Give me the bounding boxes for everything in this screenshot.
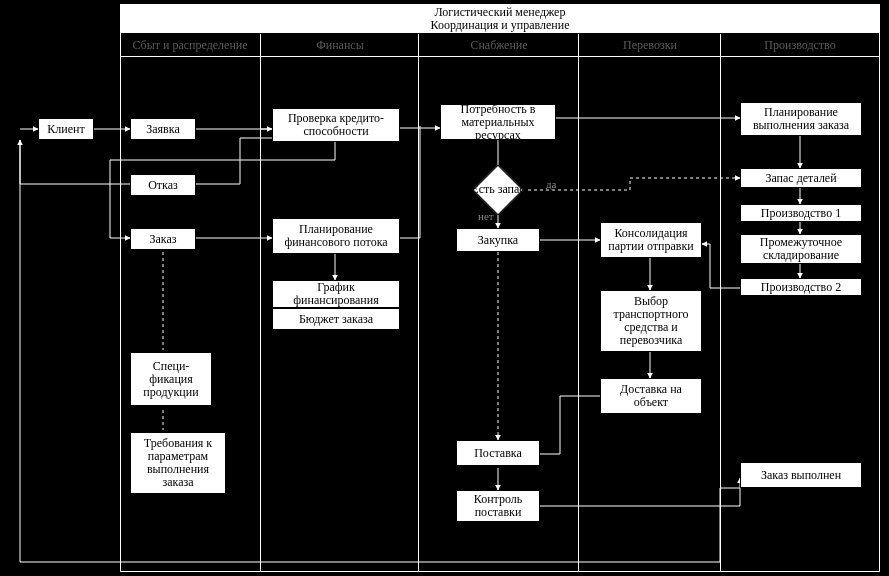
lane-header-supply: Снабжение — [420, 38, 578, 54]
lane-header-production: Производство — [722, 38, 878, 54]
lane-header-finance: Финансы — [262, 38, 418, 54]
box-purchase: Закупка — [456, 228, 540, 252]
lane-header-sales: Сбыт и распределение — [120, 38, 260, 54]
lane-divider — [418, 34, 419, 572]
decision-stock — [473, 165, 524, 216]
box-finance-plan: Планирование финансового потока — [272, 218, 400, 254]
box-finance-schedule: График финансирования — [272, 280, 400, 308]
title-bar: Логистический менеджер Координация и упр… — [120, 4, 880, 34]
box-order-plan: Планирование выполнения заказа — [740, 102, 862, 136]
box-order: Заказ — [130, 228, 196, 250]
header-divider — [120, 56, 880, 57]
box-spec: Специ- фикация продукции — [130, 352, 212, 406]
lane-divider — [120, 34, 121, 572]
box-material-need: Потребность в материальных ресурсах — [440, 104, 556, 140]
box-client: Клиент — [38, 118, 94, 140]
box-order-done: Заказ выполнен — [740, 462, 862, 488]
lane-header-transport: Перевозки — [580, 38, 720, 54]
title-line2: Координация и управление — [121, 19, 879, 32]
box-requirements: Требования к параметрам выполнения заказ… — [130, 432, 226, 494]
lane-divider — [578, 34, 579, 572]
edge-label-no: нет — [478, 210, 494, 222]
box-supply-control: Контроль поставки — [456, 490, 540, 522]
box-site-delivery: Доставка на объект — [600, 378, 702, 414]
box-request: Заявка — [130, 118, 196, 140]
box-order-budget: Бюджет заказа — [272, 308, 400, 330]
box-storage: Промежуточное складирование — [740, 234, 862, 264]
box-supply-delivery: Поставка — [456, 440, 540, 466]
box-consolidation: Консолидация партии отправки — [600, 222, 702, 258]
edge-label-yes: да — [546, 178, 556, 190]
lane-divider — [260, 34, 261, 572]
box-transport-choice: Выбор транспортного средства и перевозчи… — [600, 290, 702, 352]
lane-divider — [720, 34, 721, 572]
box-credit-check: Проверка кредито- способности — [272, 108, 400, 142]
box-parts-stock: Запас деталей — [740, 168, 862, 188]
box-production2: Производство 2 — [740, 278, 862, 296]
box-refusal: Отказ — [130, 174, 196, 196]
box-production1: Производство 1 — [740, 204, 862, 222]
